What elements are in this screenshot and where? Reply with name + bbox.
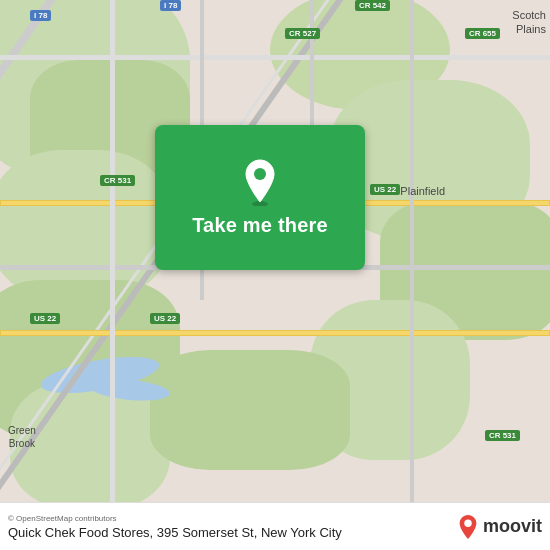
label-i78-left: I 78 — [30, 10, 51, 21]
label-us22-right: US 22 — [370, 184, 400, 195]
road-vertical-1 — [110, 0, 115, 550]
moovit-logo: moovit — [457, 514, 542, 540]
label-cr655: CR 655 — [465, 28, 500, 39]
attribution-text: © OpenStreetMap contributors — [8, 514, 457, 523]
green-brook-label: GreenBrook — [8, 424, 36, 450]
green-area — [150, 350, 350, 470]
location-name-text: Quick Chek Food Stores, 395 Somerset St,… — [8, 525, 457, 540]
take-me-there-button[interactable]: Take me there — [155, 125, 365, 270]
label-i78-top: I 78 — [160, 0, 181, 11]
moovit-pin-icon — [457, 514, 479, 540]
svg-point-1 — [254, 168, 266, 180]
bottom-info: © OpenStreetMap contributors Quick Chek … — [8, 514, 457, 540]
road-vertical-cr655 — [410, 0, 414, 550]
label-us22-lower: US 22 — [150, 313, 180, 324]
label-cr542: CR 542 — [355, 0, 390, 11]
road-us22-lower — [0, 330, 550, 336]
location-pin-icon — [241, 158, 279, 206]
svg-point-2 — [464, 519, 471, 526]
map-container: I 78 I 78 CR 527 CR 531 CR 531 CR 531 CR… — [0, 0, 550, 550]
road-top — [0, 55, 550, 60]
label-us22-lower2: US 22 — [30, 313, 60, 324]
plainfield-label: Plainfield — [400, 185, 445, 197]
label-cr527: CR 527 — [285, 28, 320, 39]
moovit-brand-text: moovit — [483, 516, 542, 537]
scotch-plains-label: ScotchPlains — [512, 8, 546, 37]
label-cr531-left: CR 531 — [100, 175, 135, 186]
bottom-bar: © OpenStreetMap contributors Quick Chek … — [0, 502, 550, 550]
label-cr531-right: CR 531 — [485, 430, 520, 441]
cta-label: Take me there — [192, 214, 328, 237]
